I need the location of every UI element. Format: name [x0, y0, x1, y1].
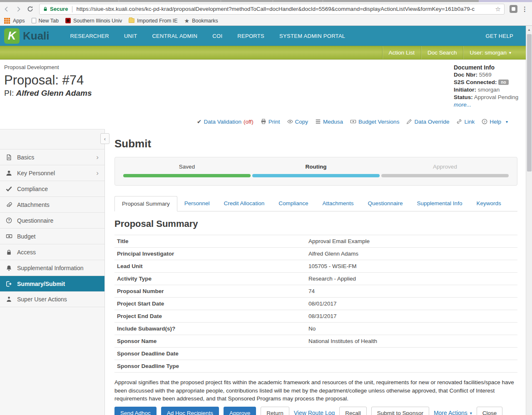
return-button[interactable]: Return	[261, 407, 289, 415]
print-link[interactable]: Print	[261, 119, 280, 125]
nav-reports[interactable]: REPORTS	[237, 33, 264, 39]
sidebar-item-compliance[interactable]: Compliance	[0, 181, 104, 196]
link-link[interactable]: Link	[456, 119, 475, 125]
data-validation-link[interactable]: ✔ Data Validation (off)	[197, 118, 254, 125]
apps-label[interactable]: Apps	[13, 18, 25, 24]
data-override-link[interactable]: Data Override	[406, 119, 449, 125]
sidebar-item-key-personnel[interactable]: Key Personnel ›	[0, 165, 104, 181]
table-row: Lead Unit105705 - WSIE-FM	[114, 260, 517, 272]
get-help-link[interactable]: GET HELP	[486, 33, 513, 39]
page-scrollbar[interactable]: ▲	[526, 26, 532, 415]
tab-attachments[interactable]: Attachments	[315, 196, 360, 211]
progress-step-saved: Saved	[123, 164, 251, 185]
bookmark-siu[interactable]: Southern Illinois Univ	[65, 18, 122, 24]
sidebar-item-summary-submit[interactable]: Summary/Submit	[0, 276, 104, 291]
document-icon	[6, 154, 13, 161]
progress-step-routing: Routing	[252, 164, 380, 185]
table-row: Project Start Date08/01/2017	[114, 297, 517, 310]
sidebar-item-access[interactable]: Access	[0, 244, 104, 260]
forward-icon[interactable]	[13, 4, 23, 14]
view-route-log-link[interactable]: View Route Log	[294, 410, 335, 415]
main-area: Basics › Key Personnel › Compliance Atta…	[0, 129, 526, 415]
nav-researcher[interactable]: RESEARCHER	[70, 33, 109, 39]
tab-credit-allocation[interactable]: Credit Allocation	[217, 196, 272, 211]
approve-button[interactable]: Approve	[224, 407, 256, 415]
address-bar[interactable]: Secure | https://siue-sbx.kuali.co/res/k…	[39, 4, 505, 15]
approval-note: Approval signifies that the proposed pro…	[114, 378, 516, 403]
sidebar-item-basics[interactable]: Basics ›	[0, 149, 104, 165]
kuali-logo[interactable]: K Kuali	[4, 28, 50, 44]
check-icon: ✔	[197, 118, 201, 125]
nav-coi[interactable]: COI	[212, 33, 222, 39]
siu-favicon	[65, 18, 71, 23]
copy-link[interactable]: Copy	[287, 119, 308, 125]
scrollbar-thumb[interactable]	[527, 34, 532, 171]
send-adhoc-button[interactable]: Send Adhoc	[114, 407, 157, 415]
pi-name: Alfred Glenn Adams	[16, 89, 92, 97]
more-link[interactable]: more...	[454, 101, 522, 109]
doc-info-heading: Document Info	[454, 64, 522, 71]
progress-bar-routing	[252, 174, 380, 177]
table-row: Project End Date08/31/2017	[114, 310, 517, 322]
folder-icon	[129, 18, 134, 23]
sidebar-item-supplemental-information[interactable]: Supplemental Information	[0, 260, 104, 276]
sidebar-item-super-user-actions[interactable]: Super User Actions	[0, 291, 104, 307]
bookmark-new-tab[interactable]: New Tab	[32, 18, 59, 24]
question-icon: ?	[6, 217, 13, 224]
budget-versions-link[interactable]: Budget Versions	[350, 119, 399, 125]
sidebar-item-attachments[interactable]: Attachments	[0, 196, 104, 212]
tab-proposal-summary[interactable]: Proposal Summary	[114, 196, 177, 211]
content-area: Submit Saved Routing Approved Proposal S…	[114, 129, 517, 415]
table-row: TitleApproval Email Example	[114, 235, 517, 247]
adhoc-recipients-button[interactable]: Ad Hoc Recipients	[161, 407, 219, 415]
caret-down-icon: ▾	[509, 50, 511, 55]
bookmark-imported-folder[interactable]: Imported From IE	[129, 18, 177, 24]
nav-system-admin-portal[interactable]: SYSTEM ADMIN PORTAL	[279, 33, 345, 39]
nav-central-admin[interactable]: CENTRAL ADMIN	[152, 33, 197, 39]
doc-search-link[interactable]: Doc Search	[421, 46, 463, 59]
reload-icon[interactable]	[25, 4, 35, 14]
browser-menu-icon[interactable]: ⋮	[522, 5, 528, 13]
action-button-row: Send Adhoc Ad Hoc Recipients Approve Ret…	[114, 407, 517, 415]
tab-supplemental-info[interactable]: Supplemental Info	[410, 196, 470, 211]
more-actions-menu[interactable]: More Actions ▾	[434, 410, 472, 415]
medusa-link[interactable]: Medusa	[315, 119, 343, 125]
sidebar-item-budget[interactable]: Budget	[0, 228, 104, 244]
chevron-right-icon: ›	[96, 153, 99, 162]
initiator-row: Initiator: smorgan	[454, 86, 522, 94]
submit-to-sponsor-button[interactable]: Submit to Sponsor	[371, 407, 429, 415]
nav-unit[interactable]: UNIT	[124, 33, 137, 39]
tab-keywords[interactable]: Keywords	[469, 196, 508, 211]
page-title: Proposal: #74	[4, 73, 92, 88]
browser-toolbar: Secure | https://siue-sbx.kuali.co/res/k…	[0, 2, 532, 16]
tab-compliance[interactable]: Compliance	[271, 196, 315, 211]
back-icon[interactable]	[2, 4, 12, 14]
link-icon	[456, 119, 462, 124]
user-menu[interactable]: User: smorgan ▾	[463, 46, 517, 59]
pi-line: PI: Alfred Glenn Adams	[4, 89, 92, 98]
document-info-panel: Document Info Doc Nbr: 5569 S2S Connecte…	[454, 64, 522, 109]
table-row: Sponsor Deadline Type	[114, 360, 517, 373]
action-list-link[interactable]: Action List	[382, 46, 421, 59]
page-icon	[32, 18, 36, 23]
bookmark-star-icon[interactable]: ☆	[495, 5, 501, 13]
url-text[interactable]: https://siue-sbx.kuali.co/res/kc-pd-krad…	[77, 6, 493, 12]
tab-personnel[interactable]: Personnel	[177, 196, 217, 211]
bookmark-bookmarks[interactable]: ★ Bookmarks	[184, 17, 218, 24]
apps-grid-icon[interactable]	[4, 18, 10, 24]
sidebar-collapse-button[interactable]: ‹	[100, 133, 109, 144]
recall-button[interactable]: Recall	[339, 407, 367, 415]
sidebar-item-questionnaire[interactable]: ? Questionnaire	[0, 212, 104, 228]
scroll-up-icon[interactable]: ▲	[526, 26, 532, 32]
extension-icon[interactable]	[510, 5, 517, 13]
progress-step-approved: Approved	[381, 164, 509, 185]
proposal-summary-table: TitleApproval Email Example Principal In…	[114, 235, 517, 373]
super-user-icon	[6, 296, 13, 303]
help-menu[interactable]: ? Help ▾	[482, 119, 508, 125]
s2s-row: S2S Connected: no	[454, 79, 522, 86]
sign-out-icon	[6, 281, 13, 287]
tab-questionnaire[interactable]: Questionnaire	[361, 196, 410, 211]
close-button[interactable]: Close	[477, 407, 503, 415]
chevron-right-icon: ›	[96, 169, 99, 177]
svg-text:?: ?	[8, 218, 10, 222]
